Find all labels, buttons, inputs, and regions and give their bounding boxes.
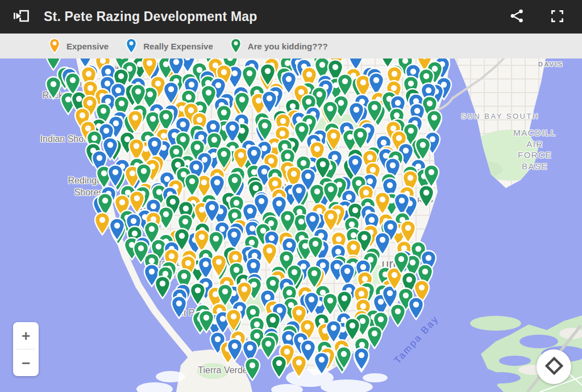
header-actions bbox=[509, 8, 565, 26]
map-pin[interactable] bbox=[336, 73, 354, 97]
map-pin[interactable] bbox=[418, 185, 435, 208]
map-pin[interactable] bbox=[184, 173, 201, 197]
map-pin[interactable] bbox=[353, 347, 370, 371]
legend-item-expensive: Expensive bbox=[49, 38, 109, 54]
map-pin[interactable] bbox=[290, 355, 307, 378]
map-pin[interactable] bbox=[244, 357, 261, 381]
page-title: St. Pete Razing Development Map bbox=[44, 9, 257, 24]
map-pin[interactable] bbox=[393, 251, 410, 275]
map-pin[interactable] bbox=[154, 276, 171, 299]
map-canvas[interactable]: BluffsIndian Rocks BeachIndian ShoresRed… bbox=[0, 59, 582, 392]
map-pin[interactable] bbox=[408, 297, 425, 320]
legend-pin-yellow-icon bbox=[49, 38, 60, 54]
map-pin[interactable] bbox=[225, 308, 242, 332]
legend-bar: Expensive Really Expensive Are you kiddi… bbox=[0, 34, 582, 59]
map-pin[interactable] bbox=[335, 346, 352, 370]
pan-arrows-icon bbox=[542, 353, 567, 380]
map-pin[interactable] bbox=[336, 290, 353, 314]
legend-label: Are you kidding??? bbox=[248, 41, 328, 51]
map-pin[interactable] bbox=[198, 310, 215, 333]
panel-toggle-button[interactable] bbox=[13, 8, 30, 26]
header-bar: St. Pete Razing Development Map bbox=[0, 0, 582, 34]
map-pin[interactable] bbox=[322, 101, 339, 124]
map-pin[interactable] bbox=[325, 128, 342, 152]
map-pin[interactable] bbox=[290, 182, 307, 206]
share-icon bbox=[509, 8, 525, 26]
map-pin[interactable] bbox=[261, 243, 278, 266]
pin-layer bbox=[0, 59, 582, 392]
panel-toggle-icon bbox=[13, 8, 30, 26]
map-pin[interactable] bbox=[171, 295, 188, 319]
map-pin[interactable] bbox=[414, 137, 431, 161]
my-maps-app: St. Pete Razing Development Map bbox=[0, 0, 582, 392]
map-pin[interactable] bbox=[210, 254, 227, 278]
legend-item-really-expensive: Really Expensive bbox=[126, 38, 213, 54]
map-pin[interactable] bbox=[226, 338, 243, 362]
map-pin[interactable] bbox=[426, 110, 443, 134]
map-pin[interactable] bbox=[271, 355, 288, 379]
zoom-in-button[interactable]: + bbox=[13, 322, 39, 349]
fullscreen-icon bbox=[550, 9, 565, 26]
legend-item-are-you-kidding: Are you kidding??? bbox=[230, 38, 328, 54]
fullscreen-button[interactable] bbox=[550, 9, 565, 26]
legend-pin-blue-icon bbox=[126, 38, 137, 54]
map-pin[interactable] bbox=[203, 199, 221, 223]
map-pin[interactable] bbox=[313, 352, 330, 376]
pan-control-button[interactable] bbox=[537, 349, 571, 384]
map-pin[interactable] bbox=[189, 282, 206, 306]
legend-pin-green-icon bbox=[230, 38, 242, 54]
zoom-control: + − bbox=[13, 322, 39, 376]
legend-label: Expensive bbox=[66, 41, 109, 51]
map-pin[interactable] bbox=[307, 236, 324, 260]
share-button[interactable] bbox=[509, 8, 525, 26]
zoom-out-button[interactable]: − bbox=[13, 349, 39, 376]
map-pin[interactable] bbox=[234, 91, 251, 115]
legend-label: Really Expensive bbox=[143, 41, 213, 51]
